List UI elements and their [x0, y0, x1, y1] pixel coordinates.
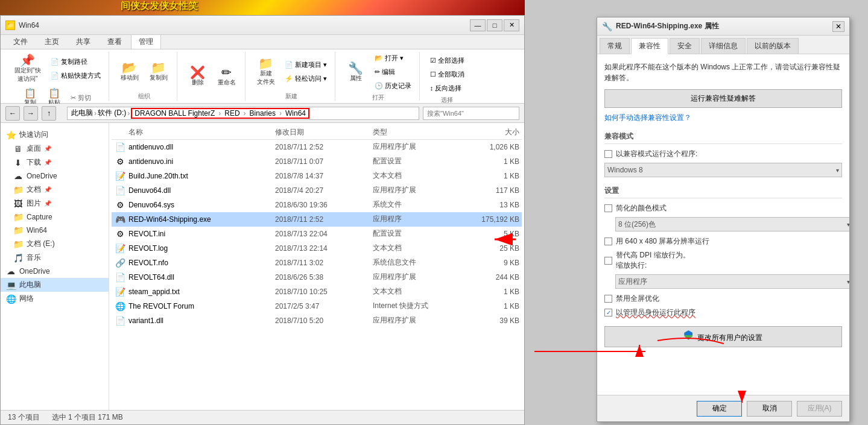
minimize-button[interactable]: — [470, 19, 486, 31]
settings-section: 设置 简化的颜色模式 8 位(256)色 ▾ 用 640 x 480 屏幕分辨率… [604, 186, 842, 318]
table-row[interactable]: ⚙ REVOLT.ini 2018/7/13 22:04 配置设置 5 KB [112, 227, 522, 241]
simplified-color-checkbox[interactable] [604, 204, 612, 212]
col-size-header[interactable]: 大小 [470, 127, 519, 137]
table-row[interactable]: ⚙ Denuvo64.sys 2018/6/30 19:36 系统文件 13 K… [112, 198, 522, 212]
table-row[interactable]: 📄 antidenuvo.dll 2018/7/11 2:52 应用程序扩展 1… [112, 140, 522, 154]
tab-compatibility[interactable]: 兼容性 [631, 38, 668, 54]
tab-general[interactable]: 常规 [600, 38, 630, 54]
tab-details[interactable]: 详细信息 [701, 38, 746, 54]
col-type-header[interactable]: 类型 [373, 127, 470, 137]
table-row-revolt-forum[interactable]: 🌐 The REVOLT Forum 2017/2/5 3:47 Interne… [112, 299, 522, 313]
maximize-button[interactable]: □ [487, 19, 502, 31]
table-row[interactable]: 📄 REVOLT64.dll 2018/6/26 5:38 应用程序扩展 244… [112, 270, 522, 285]
edit-button[interactable]: ✏ 编辑 [372, 66, 414, 78]
sidebar-item-capture[interactable]: 📁 Capture [1, 210, 109, 224]
up-button[interactable]: ↑ [42, 106, 56, 121]
troubleshoot-button[interactable]: 运行兼容性疑难解答 [604, 89, 842, 108]
table-row[interactable]: 📝 REVOLT.log 2018/7/13 22:14 文本文档 25 KB [112, 241, 522, 256]
invert-selection-button[interactable]: ↕ 反向选择 [427, 82, 467, 95]
sidebar-item-onedrive2[interactable]: ☁ OneDrive [1, 265, 109, 278]
tab-previous-versions[interactable]: 以前的版本 [747, 38, 799, 54]
sidebar-item-onedrive1[interactable]: ☁ OneDrive [1, 169, 109, 183]
open-button[interactable]: 📂 打开 ▾ [372, 52, 414, 65]
sidebar-item-documents-e[interactable]: 📁 文档 (E:) [1, 237, 109, 251]
sidebar-item-network[interactable]: 🌐 网络 [1, 292, 109, 306]
close-button[interactable]: ✕ [504, 19, 519, 31]
table-row[interactable]: ⚙ antidenuvo.ini 2018/7/11 0:07 配置设置 1 K… [112, 154, 522, 169]
cut-button[interactable]: ✂ 剪切 [68, 92, 94, 104]
resolution-checkbox[interactable] [604, 238, 612, 245]
sidebar-item-pictures[interactable]: 🖼 图片 📌 [1, 197, 109, 210]
address-bar: ← → ↑ 此电脑 › 软件 (D:) › DRAGON BALL Fighte… [1, 104, 524, 123]
path-highlight: DRAGON BALL FighterZ › RED › Binaries › … [131, 108, 309, 119]
tab-view[interactable]: 查看 [100, 34, 130, 49]
table-row[interactable]: 📝 Build.June.20th.txt 2018/7/8 14:37 文本文… [112, 169, 522, 183]
pin-quick-access-button[interactable]: 📌 固定到"快速访问" [10, 52, 45, 86]
file-icon: ⚙ [114, 229, 126, 239]
table-row[interactable]: 📄 Denuvo64.dll 2018/7/4 20:27 应用程序扩展 117… [112, 183, 522, 198]
properties-button[interactable]: 🔧 属性 [343, 60, 369, 85]
new-item-button[interactable]: 📄 新建项目 ▾ [282, 58, 330, 71]
tab-security[interactable]: 安全 [670, 38, 700, 54]
file-type: 应用程序扩展 [373, 272, 470, 282]
apply-button[interactable]: 应用(A) [797, 401, 842, 417]
dpi-select[interactable]: 应用程序 ▾ [615, 274, 849, 289]
tab-home[interactable]: 主页 [37, 34, 67, 49]
file-icon: 📝 [114, 171, 126, 181]
history-button[interactable]: 🕒 历史记录 [372, 80, 414, 92]
search-input[interactable] [423, 107, 519, 120]
rename-button[interactable]: ✏ 重命名 [214, 64, 240, 89]
col-date-header[interactable]: 修改日期 [275, 127, 373, 137]
file-icon: ⚙ [114, 157, 126, 166]
tab-manage[interactable]: 管理 [131, 34, 161, 49]
sidebar-item-music[interactable]: 🎵 音乐 [1, 251, 109, 265]
compat-mode-checkbox[interactable] [604, 150, 612, 158]
easy-access-button[interactable]: ⚡ 轻松访问 ▾ [282, 72, 330, 85]
copy-to-button[interactable]: 📁 复制到 [145, 59, 172, 84]
compat-mode-select[interactable]: Windows 8 ▾ [604, 163, 842, 177]
table-row[interactable]: 🔗 REVOLT.nfo 2018/7/11 3:02 系统信息文件 9 KB [112, 256, 522, 270]
select-all-button[interactable]: ☑ 全部选择 [427, 54, 467, 67]
ok-button[interactable]: 确定 [697, 401, 742, 417]
sidebar-item-win64[interactable]: 📁 Win64 [1, 224, 109, 237]
cancel-button[interactable]: 取消 [747, 401, 792, 417]
paste-shortcut-button[interactable]: 📄 粘贴快捷方式 [48, 69, 104, 82]
sidebar-item-downloads[interactable]: ⬇ 下载 📌 [1, 156, 109, 169]
exe-type: 应用程序 [373, 214, 470, 224]
dpi-row: 替代高 DPI 缩放行为。缩放执行: [604, 250, 842, 271]
new-folder-button[interactable]: 📁 新建文件夹 [253, 55, 279, 89]
back-button[interactable]: ← [5, 106, 20, 121]
forward-button[interactable]: → [24, 106, 38, 121]
sidebar-item-quick-access[interactable]: ⭐ 快速访问 [1, 128, 109, 142]
change-users-button[interactable]: 更改所有用户的设置 [604, 326, 842, 347]
dialog-description: 如果此程序不能在这个版本的 Windows 上正常工作，请尝试运行兼容性疑难解答… [604, 61, 842, 83]
col-name-header[interactable]: 名称 [114, 127, 275, 137]
exe-date: 2018/7/11 2:52 [275, 215, 373, 224]
tab-share[interactable]: 共享 [68, 34, 98, 49]
address-path[interactable]: 此电脑 › 软件 (D:) › DRAGON BALL FighterZ › R… [67, 107, 419, 120]
delete-button[interactable]: ❌ 删除 [185, 64, 211, 89]
admin-label: 以管理员身份运行此程序 [616, 307, 695, 318]
color-depth-arrow: ▾ [847, 221, 849, 228]
dialog-close-button[interactable]: ✕ [832, 21, 844, 32]
table-row-exe[interactable]: 🎮 RED-Win64-Shipping.exe 2018/7/11 2:52 … [112, 212, 522, 227]
file-size: 244 KB [470, 273, 519, 282]
move-to-button[interactable]: 📂 移动到 [116, 59, 143, 84]
tab-file[interactable]: 文件 [5, 34, 36, 49]
manual-link[interactable]: 如何手动选择兼容性设置？ [604, 113, 691, 122]
select-none-button[interactable]: ☐ 全部取消 [427, 68, 467, 81]
fullscreen-checkbox[interactable] [604, 295, 612, 303]
file-date: 2018/7/10 5:20 [275, 316, 373, 325]
table-row[interactable]: 📝 steam_appid.txt 2018/7/10 10:25 文本文档 1… [112, 285, 522, 299]
copy-path-button[interactable]: 📄 复制路径 [48, 55, 104, 68]
dpi-checkbox[interactable] [604, 257, 612, 265]
admin-checkbox[interactable] [604, 309, 612, 316]
sidebar-item-desktop[interactable]: 🖥 桌面 📌 [1, 142, 109, 156]
sidebar-item-this-pc[interactable]: 💻 此电脑 [1, 278, 109, 292]
file-size: 1,026 KB [470, 143, 519, 151]
sidebar-item-documents[interactable]: 📁 文档 📌 [1, 183, 109, 197]
compat-select-arrow: ▾ [836, 167, 839, 174]
color-depth-select[interactable]: 8 位(256)色 ▾ [615, 217, 849, 231]
table-row[interactable]: 📄 variant1.dll 2018/7/10 5:20 应用程序扩展 39 … [112, 313, 522, 328]
file-type: 系统信息文件 [373, 257, 470, 268]
